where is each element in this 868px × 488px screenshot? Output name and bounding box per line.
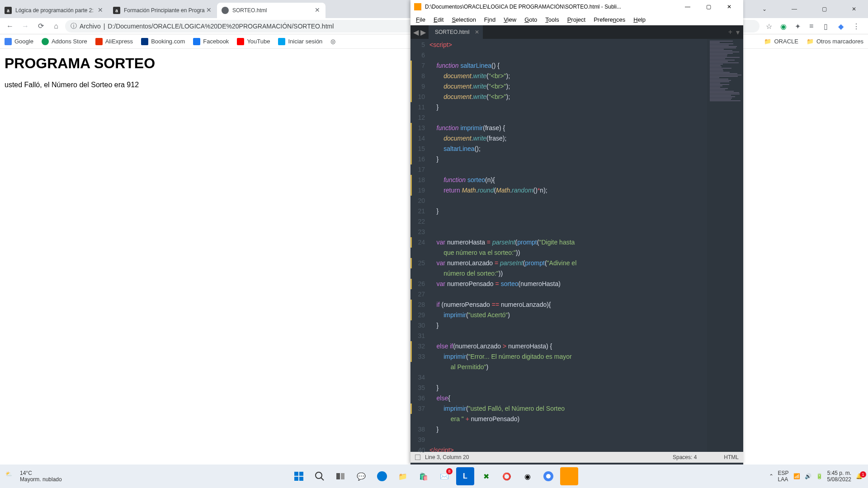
bookmark-label: Otros marcadores — [816, 38, 863, 45]
menu-icon[interactable]: ⋮ — [853, 22, 861, 30]
bookmark-youtube[interactable]: YouTube — [237, 38, 270, 45]
app-icon-l[interactable]: L — [456, 467, 474, 485]
address-prefix: Archivo — [80, 23, 101, 30]
star-icon[interactable]: ☆ — [766, 22, 774, 30]
indent-setting[interactable]: Spaces: 4 — [673, 454, 697, 460]
bookmark-aliexpress[interactable]: AliExpress — [95, 38, 133, 45]
reload-button[interactable]: ⟳ — [34, 20, 47, 33]
chrome-tab-1[interactable]: a Formación Principiante en Progra ✕ — [108, 3, 217, 18]
explorer-icon[interactable]: 📁 — [394, 467, 412, 485]
notif-badge: 1 — [860, 471, 866, 478]
taskview-button[interactable] — [331, 467, 349, 485]
menu-file[interactable]: File — [412, 15, 429, 24]
info-icon: ⓘ — [71, 22, 77, 30]
app-icon-c[interactable]: ◉ — [519, 467, 537, 485]
close-button[interactable]: ✕ — [719, 0, 740, 14]
shield-icon[interactable]: ◉ — [780, 22, 788, 30]
xbox-icon[interactable]: ✖ — [477, 467, 495, 485]
editor-area[interactable]: 5678910111213141516171819202122232425262… — [410, 39, 743, 452]
menu-project[interactable]: Project — [564, 15, 589, 24]
side-panel-icon[interactable]: ▯ — [824, 22, 832, 30]
taskbar-center: 💬 📁 🛍️ ✉️8 L ✖ ⭕ ◉ — [290, 467, 578, 485]
opera-icon[interactable]: ⭕ — [498, 467, 516, 485]
bookmark-addons[interactable]: Addons Store — [42, 38, 87, 45]
store-icon[interactable]: 🛍️ — [415, 467, 433, 485]
reading-list-icon[interactable]: ≡ — [809, 22, 817, 30]
taskbar-tray: ⌃ ESP LAA 📶 🔊 🔋 5:45 p. m. 5/08/2022 🔔1 — [769, 470, 863, 483]
wifi-icon[interactable]: 📶 — [793, 473, 800, 479]
svg-line-5 — [321, 478, 324, 480]
tab-close-icon[interactable]: ✕ — [97, 7, 104, 14]
code-area[interactable]: <script> function saltarLinea() { docume… — [429, 39, 707, 452]
bookmark-more[interactable]: ◎ — [330, 38, 335, 45]
search-button[interactable] — [311, 467, 329, 485]
sublime-title: D:\Documentos\ORACLE\LOGICA DE PROGRAMAC… — [425, 4, 677, 10]
extension-icons: ☆ ◉ ✦ ≡ ▯ ◆ ⋮ — [762, 22, 864, 30]
close-button[interactable]: ✕ — [844, 2, 864, 16]
minimize-button[interactable]: — — [677, 0, 698, 14]
bookmark-folder-oracle[interactable]: 📁ORACLE — [764, 38, 798, 45]
tab-close-icon[interactable]: ✕ — [205, 7, 212, 14]
home-button[interactable]: ⌂ — [50, 20, 62, 33]
menu-tools[interactable]: Tools — [542, 15, 562, 24]
clock[interactable]: 5:45 p. m. 5/08/2022 — [827, 470, 851, 483]
bookmark-login[interactable]: Iniciar sesión — [278, 38, 322, 45]
menu-goto[interactable]: Goto — [521, 15, 541, 24]
maximize-button[interactable]: ▢ — [814, 2, 835, 16]
start-button[interactable] — [290, 467, 308, 485]
menu-help[interactable]: Help — [630, 15, 649, 24]
tab-label: SORTEO.html — [435, 29, 469, 35]
taskbar-weather[interactable]: ⛅ 14°C Mayorm. nublado — [5, 470, 62, 483]
notifications-icon[interactable]: 🔔1 — [856, 473, 863, 479]
bookmark-label: Google — [14, 38, 33, 45]
bookmark-google[interactable]: Google — [5, 38, 33, 45]
folder-icon: 📁 — [807, 38, 814, 45]
cursor-position: Line 3, Column 20 — [425, 454, 469, 460]
menu-selection[interactable]: Selection — [448, 15, 479, 24]
taskbar: ⛅ 14°C Mayorm. nublado 💬 📁 🛍️ ✉️8 L ✖ ⭕ … — [0, 465, 868, 488]
mail-icon[interactable]: ✉️8 — [435, 467, 453, 485]
tab-close-icon[interactable]: ✕ — [475, 29, 479, 35]
editor-tab[interactable]: SORTEO.html ✕ — [429, 25, 483, 39]
bookmark-facebook[interactable]: Facebook — [193, 38, 229, 45]
menu-preferences[interactable]: Preferences — [590, 15, 629, 24]
svg-rect-6 — [336, 473, 340, 479]
bookmark-booking[interactable]: Booking.com — [141, 38, 185, 45]
circle-icon: ◎ — [330, 38, 335, 45]
profile-icon[interactable]: ◆ — [838, 22, 846, 30]
tab-next-icon[interactable]: ▶ — [420, 28, 426, 37]
volume-icon[interactable]: 🔊 — [805, 473, 811, 479]
maximize-button[interactable]: ▢ — [698, 0, 719, 14]
tab-dropdown-icon[interactable]: ▾ — [736, 28, 740, 37]
bookmark-folder-other[interactable]: 📁Otros marcadores — [807, 38, 863, 45]
chrome-icon[interactable] — [539, 467, 557, 485]
bookmark-icon — [5, 38, 12, 45]
date: 5/08/2022 — [827, 476, 851, 483]
tab-title: Formación Principiante en Progra — [124, 7, 205, 14]
puzzle-icon[interactable]: ✦ — [795, 22, 803, 30]
edge-icon[interactable] — [373, 467, 391, 485]
new-tab-icon[interactable]: + — [728, 28, 732, 37]
chat-button[interactable]: 💬 — [352, 467, 370, 485]
tray-chevron-icon[interactable]: ⌃ — [769, 473, 774, 479]
chrome-tab-0[interactable]: a Lógica de programación parte 2: ✕ — [0, 3, 108, 18]
lang-top: ESP — [778, 470, 789, 476]
forward-button[interactable]: → — [19, 20, 32, 33]
battery-icon[interactable]: 🔋 — [816, 473, 823, 479]
sublime-titlebar[interactable]: D:\Documentos\ORACLE\LOGICA DE PROGRAMAC… — [410, 0, 743, 14]
address-sep: | — [104, 23, 105, 30]
sublime-taskbar-icon[interactable] — [560, 467, 578, 485]
language-indicator[interactable]: ESP LAA — [778, 470, 789, 483]
menu-find[interactable]: Find — [481, 15, 499, 24]
tab-close-icon[interactable]: ✕ — [314, 7, 321, 14]
back-button[interactable]: ← — [4, 20, 16, 33]
minimap[interactable] — [707, 39, 743, 452]
chevron-down-icon[interactable]: ⌄ — [754, 2, 775, 16]
syntax-mode[interactable]: HTML — [724, 454, 739, 460]
menu-view[interactable]: View — [500, 15, 520, 24]
tab-favicon: a — [113, 7, 120, 14]
chrome-tab-2[interactable]: SORTEO.html ✕ — [217, 3, 326, 18]
minimize-button[interactable]: — — [784, 2, 805, 16]
tab-prev-icon[interactable]: ◀ — [413, 28, 419, 37]
menu-edit[interactable]: Edit — [430, 15, 447, 24]
